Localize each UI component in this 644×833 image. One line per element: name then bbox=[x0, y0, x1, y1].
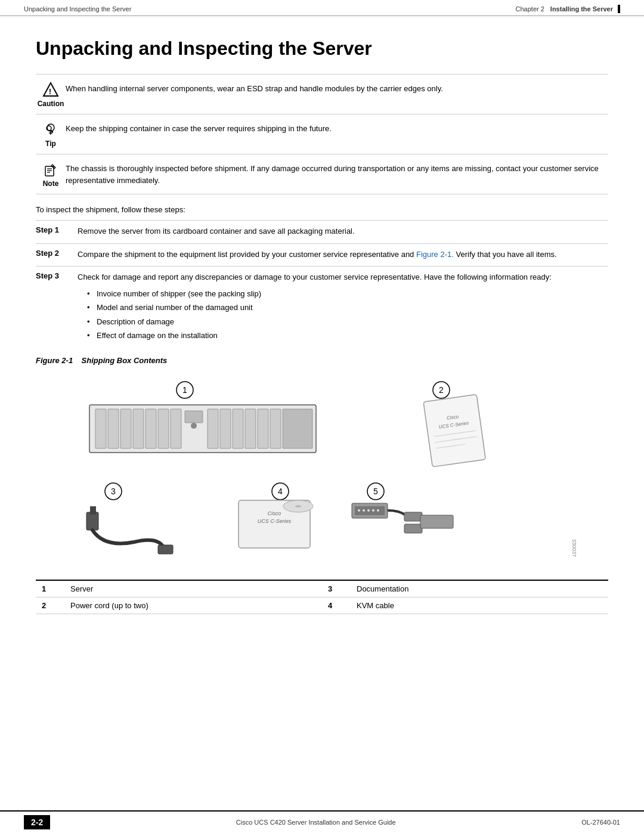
figure-svg: 1 2 bbox=[36, 372, 608, 575]
svg-text:3: 3 bbox=[111, 487, 116, 496]
svg-rect-46 bbox=[93, 506, 96, 515]
note-icon-block: Note bbox=[36, 160, 66, 188]
svg-rect-22 bbox=[171, 409, 181, 448]
item-label-3: Documentation bbox=[351, 580, 608, 597]
caution-notice: ! Caution When handling internal server … bbox=[36, 74, 608, 114]
step-2-row: Step 2 Compare the shipment to the equip… bbox=[36, 243, 608, 261]
svg-rect-25 bbox=[208, 409, 218, 448]
svg-point-52 bbox=[295, 505, 301, 507]
page-header: Unpacking and Inspecting the Server Chap… bbox=[0, 0, 644, 16]
step-2-label: Step 2 bbox=[36, 249, 78, 258]
tip-icon-block: Tip bbox=[36, 120, 66, 148]
step-3-row: Step 3 Check for damage and report any d… bbox=[36, 266, 608, 344]
svg-text:4: 4 bbox=[278, 487, 283, 496]
table-row: 1 Server 3 Documentation bbox=[36, 580, 608, 597]
svg-point-24 bbox=[191, 423, 197, 429]
svg-rect-44 bbox=[86, 512, 98, 530]
svg-rect-21 bbox=[158, 409, 169, 448]
list-item: Description of damage bbox=[87, 316, 608, 328]
step-1-label: Step 1 bbox=[36, 225, 78, 234]
svg-rect-30 bbox=[270, 409, 281, 448]
svg-rect-19 bbox=[133, 409, 144, 448]
svg-rect-26 bbox=[220, 409, 231, 448]
item-label-1: Server bbox=[64, 580, 322, 597]
svg-rect-61 bbox=[404, 524, 422, 533]
items-table: 1 Server 3 Documentation 2 Power cord (u… bbox=[36, 580, 608, 614]
tip-icon bbox=[42, 122, 59, 138]
svg-rect-45 bbox=[90, 506, 93, 515]
tip-label: Tip bbox=[45, 140, 56, 148]
item-label-2: Power cord (up to two) bbox=[64, 597, 322, 614]
page-footer: 2-2 Cisco UCS C420 Server Installation a… bbox=[0, 810, 644, 833]
breadcrumb: Unpacking and Inspecting the Server bbox=[24, 5, 131, 13]
svg-point-57 bbox=[367, 509, 370, 512]
svg-rect-18 bbox=[120, 409, 131, 448]
item-num-2: 2 bbox=[36, 597, 64, 614]
list-item: Effect of damage on the installation bbox=[87, 330, 608, 342]
svg-rect-17 bbox=[108, 409, 119, 448]
svg-rect-27 bbox=[233, 409, 243, 448]
step-2-text: Compare the shipment to the equipment li… bbox=[78, 250, 414, 259]
svg-rect-31 bbox=[283, 409, 312, 448]
item-num-3: 3 bbox=[322, 580, 351, 597]
caution-label: Caution bbox=[38, 100, 64, 108]
steps-intro: To inspect the shipment, follow these st… bbox=[36, 205, 608, 214]
note-label: Note bbox=[43, 179, 59, 188]
footer-right-text: OL-27640-01 bbox=[581, 819, 620, 826]
note-notice: Note The chassis is thoroughly inspected… bbox=[36, 154, 608, 194]
caution-icon: ! bbox=[42, 82, 59, 98]
item-num-1: 1 bbox=[36, 580, 64, 597]
step-1-row: Step 1 Remove the server from its cardbo… bbox=[36, 220, 608, 237]
header-chapter: Chapter 2 bbox=[516, 5, 544, 13]
svg-text:Cisco: Cisco bbox=[268, 510, 281, 516]
figure-link[interactable]: Figure 2-1. bbox=[416, 250, 454, 259]
step-2-suffix: Verify that you have all items. bbox=[456, 250, 556, 259]
item-num-4: 4 bbox=[322, 597, 351, 614]
figure-area: 1 2 bbox=[36, 372, 608, 575]
step-3-content: Check for damage and report any discrepa… bbox=[78, 271, 608, 344]
step-2-content: Compare the shipment to the equipment li… bbox=[78, 249, 608, 261]
figure-number: Figure 2-1 bbox=[36, 356, 73, 365]
svg-text:5: 5 bbox=[373, 487, 378, 496]
svg-rect-20 bbox=[145, 409, 156, 448]
svg-rect-47 bbox=[158, 545, 173, 554]
svg-point-55 bbox=[358, 509, 360, 512]
svg-rect-62 bbox=[420, 515, 453, 528]
figure-container: Figure 2-1 Shipping Box Contents 1 2 bbox=[36, 356, 608, 614]
page-title: Unpacking and Inspecting the Server bbox=[36, 38, 608, 60]
svg-point-56 bbox=[363, 509, 365, 512]
step-1-text: Remove the server from its cardboard con… bbox=[78, 227, 355, 236]
note-icon bbox=[42, 162, 59, 178]
svg-point-58 bbox=[372, 509, 374, 512]
item-label-4: KVM cable bbox=[351, 597, 608, 614]
step-3-label: Step 3 bbox=[36, 271, 78, 280]
svg-rect-16 bbox=[95, 409, 106, 448]
tip-notice: Tip Keep the shipping container in case … bbox=[36, 114, 608, 154]
figure-caption: Figure 2-1 Shipping Box Contents bbox=[36, 356, 608, 365]
table-row: 2 Power cord (up to two) 4 KVM cable bbox=[36, 597, 608, 614]
svg-text:1: 1 bbox=[182, 385, 187, 395]
svg-rect-7 bbox=[45, 166, 54, 176]
svg-rect-29 bbox=[258, 409, 268, 448]
svg-text:330037: 330037 bbox=[571, 539, 577, 557]
step-3-text: Check for damage and report any discrepa… bbox=[78, 272, 552, 281]
svg-point-59 bbox=[377, 509, 379, 512]
svg-rect-32 bbox=[423, 394, 485, 466]
list-item: Model and serial number of the damaged u… bbox=[87, 302, 608, 314]
note-text: The chassis is thoroughly inspected befo… bbox=[66, 160, 608, 186]
svg-rect-60 bbox=[404, 512, 422, 521]
bullet-list: Invoice number of shipper (see the packi… bbox=[87, 288, 608, 342]
list-item: Invoice number of shipper (see the packi… bbox=[87, 288, 608, 300]
tip-text: Keep the shipping container in case the … bbox=[66, 120, 608, 135]
main-content: Unpacking and Inspecting the Server ! Ca… bbox=[0, 16, 644, 648]
caution-text: When handling internal server components… bbox=[66, 80, 608, 95]
step-1-content: Remove the server from its cardboard con… bbox=[78, 225, 608, 237]
svg-text:2: 2 bbox=[439, 385, 444, 395]
header-bar bbox=[618, 5, 620, 13]
svg-rect-28 bbox=[245, 409, 256, 448]
header-title: Installing the Server bbox=[550, 5, 613, 13]
svg-text:!: ! bbox=[49, 87, 51, 96]
svg-text:UCS C-Series: UCS C-Series bbox=[258, 518, 292, 524]
caution-icon-block: ! Caution bbox=[36, 80, 66, 108]
footer-center-text: Cisco UCS C420 Server Installation and S… bbox=[236, 819, 396, 826]
